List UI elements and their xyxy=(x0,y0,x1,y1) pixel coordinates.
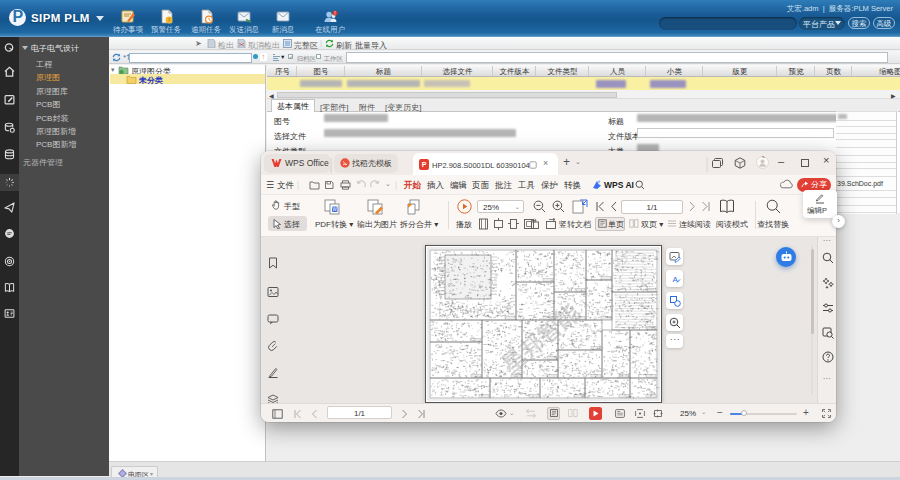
svg-text:W: W xyxy=(333,207,338,212)
svg-text:P: P xyxy=(422,161,427,168)
